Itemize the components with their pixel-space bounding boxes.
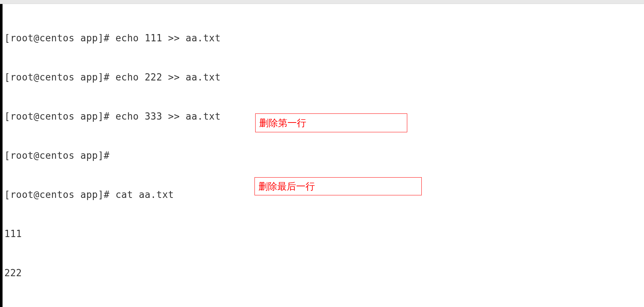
- annotation-delete-last-line: 删除最后一行: [254, 177, 422, 195]
- annotation-delete-first-line: 删除第一行: [255, 113, 407, 132]
- annotation-text: 删除第一行: [259, 118, 306, 128]
- terminal-line: [root@centos app]#: [4, 149, 644, 162]
- terminal-line: [root@centos app]# echo 222 >> aa.txt: [4, 71, 644, 84]
- terminal-area[interactable]: [root@centos app]# echo 111 >> aa.txt [r…: [0, 4, 644, 307]
- terminal-line: 222: [4, 266, 644, 279]
- terminal-line: 333: [4, 306, 644, 307]
- window-titlebar-strip: [0, 0, 644, 4]
- annotation-text: 删除最后一行: [258, 182, 315, 191]
- left-scrollbar-track[interactable]: [0, 4, 3, 307]
- terminal-line: 111: [4, 227, 644, 240]
- terminal-output[interactable]: [root@centos app]# echo 111 >> aa.txt [r…: [4, 4, 644, 307]
- terminal-line: [root@centos app]# echo 111 >> aa.txt: [4, 32, 644, 45]
